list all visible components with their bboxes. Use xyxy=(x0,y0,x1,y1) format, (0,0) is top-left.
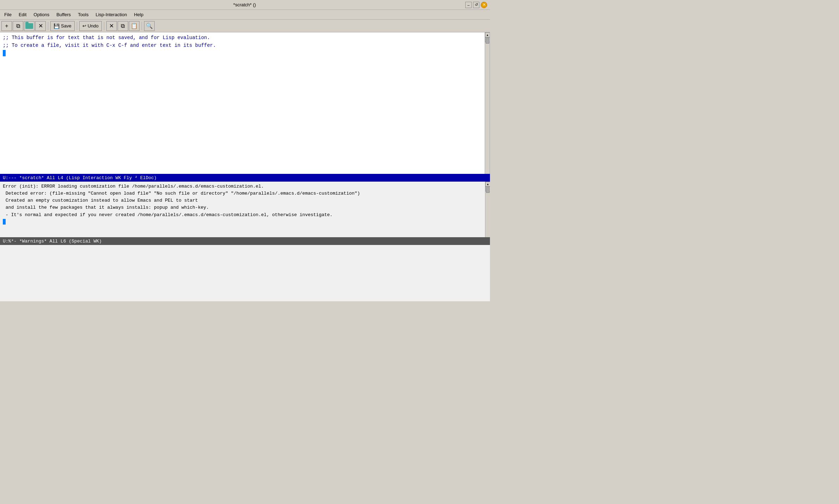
editor-content: ;; This buffer is for text that is not s… xyxy=(0,32,490,59)
msg-scroll-thumb[interactable] xyxy=(486,187,490,193)
menu-buffers[interactable]: Buffers xyxy=(54,11,74,18)
msg-line-3: Created an empty customization instead t… xyxy=(3,198,198,203)
messages-modeline: U:%*- *Warnings* All L6 (Special WK) xyxy=(0,237,490,245)
cursor-line xyxy=(3,51,6,56)
editor-cursor xyxy=(3,50,6,56)
save-label: Save xyxy=(61,23,72,29)
undo-icon: ↩ xyxy=(82,23,86,29)
main-scrollbar[interactable]: ▲ ▼ xyxy=(485,32,490,174)
toolbar: + ⧉ ✕ 💾 Save ↩ Undo ✕ ⧉ 📋 🔍 xyxy=(0,20,490,32)
copy-button[interactable]: ⧉ xyxy=(118,21,128,31)
separator-2 xyxy=(77,22,77,30)
scroll-up-arrow[interactable]: ▲ xyxy=(485,32,490,37)
new-buffer-button[interactable]: + xyxy=(1,21,12,31)
folder-button[interactable] xyxy=(24,21,35,31)
main-editor-section: ;; This buffer is for text that is not s… xyxy=(0,32,490,182)
messages-content: Error (init): ERROR loading customizatio… xyxy=(0,182,490,227)
msg-cursor-line xyxy=(3,219,6,225)
main-modeline-text: U:--- *scratch* All L4 (Lisp Interaction… xyxy=(3,175,157,181)
save-button[interactable]: 💾 Save xyxy=(50,21,75,31)
menu-edit[interactable]: Edit xyxy=(16,11,29,18)
window-title: *scratch* () xyxy=(24,2,465,7)
msg-line-5: - It's normal and expected if you never … xyxy=(3,212,333,218)
menu-lisp-interaction[interactable]: Lisp-Interaction xyxy=(93,11,130,18)
messages-cursor xyxy=(3,219,6,225)
editor-line-2: ;; To create a file, visit it with C-x C… xyxy=(3,43,216,48)
menu-options[interactable]: Options xyxy=(31,11,52,18)
messages-scrollbar[interactable]: ▲ ▼ xyxy=(485,182,490,237)
window-controls[interactable]: – ↺ ✕ xyxy=(465,2,487,8)
editor-wrapper: ;; This buffer is for text that is not s… xyxy=(0,32,490,301)
title-bar: *scratch* () – ↺ ✕ xyxy=(0,0,490,10)
menu-file[interactable]: File xyxy=(1,11,14,18)
menu-bar: File Edit Options Buffers Tools Lisp-Int… xyxy=(0,10,490,20)
main-editor[interactable]: ;; This buffer is for text that is not s… xyxy=(0,32,490,174)
close-button[interactable]: ✕ xyxy=(481,2,487,8)
separator-3 xyxy=(104,22,104,30)
search-button[interactable]: 🔍 xyxy=(144,21,155,31)
restore-button[interactable]: ↺ xyxy=(473,2,479,8)
msg-line-4: and install the few packages that it alw… xyxy=(3,205,209,210)
close-buffer-button[interactable]: ✕ xyxy=(35,21,46,31)
paste-button[interactable]: 📋 xyxy=(129,21,139,31)
messages-section: Error (init): ERROR loading customizatio… xyxy=(0,182,490,301)
separator-1 xyxy=(48,22,48,30)
menu-tools[interactable]: Tools xyxy=(75,11,91,18)
msg-line-1: Error (init): ERROR loading customizatio… xyxy=(3,184,264,189)
msg-line-2: Detected error: (file-missing "Cannot op… xyxy=(3,191,360,196)
undo-label: Undo xyxy=(88,23,99,29)
messages-buffer[interactable]: Error (init): ERROR loading customizatio… xyxy=(0,182,490,237)
undo-button[interactable]: ↩ Undo xyxy=(79,21,102,31)
main-modeline: U:--- *scratch* All L4 (Lisp Interaction… xyxy=(0,174,490,182)
msg-scroll-up[interactable]: ▲ xyxy=(485,182,490,187)
save-icon: 💾 xyxy=(54,23,60,29)
menu-help[interactable]: Help xyxy=(131,11,146,18)
editor-line-1: ;; This buffer is for text that is not s… xyxy=(3,35,210,40)
minimize-button[interactable]: – xyxy=(465,2,472,8)
empty-buffer-area xyxy=(0,245,490,301)
messages-modeline-text: U:%*- *Warnings* All L6 (Special WK) xyxy=(3,239,102,244)
separator-4 xyxy=(142,22,142,30)
cut-button[interactable]: ✕ xyxy=(106,21,117,31)
scroll-thumb[interactable] xyxy=(486,38,489,44)
copy-buffer-button[interactable]: ⧉ xyxy=(13,21,23,31)
